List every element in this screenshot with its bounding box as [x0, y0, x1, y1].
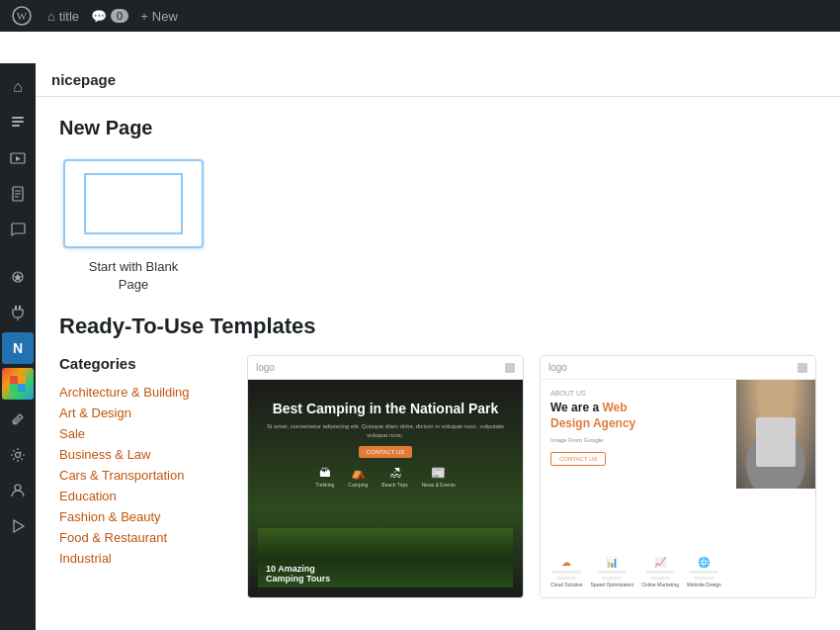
sidebar-icon-plugins[interactable]: [2, 297, 34, 328]
plus-icon: +: [140, 9, 148, 24]
wd-icon-website: 🌐 Website Design: [687, 557, 721, 587]
new-page-section: New Page Start with BlankPage: [36, 97, 840, 314]
template-logo-camping: logo: [256, 362, 275, 373]
new-page-title: New Page: [59, 117, 816, 139]
nicepage-header: nicepage: [36, 63, 840, 97]
wd-cta[interactable]: CONTACT US: [550, 452, 606, 466]
categories-label: Categories: [59, 355, 227, 372]
category-art[interactable]: Art & Design: [59, 403, 227, 423]
admin-bar-home[interactable]: ⌂ title: [47, 9, 79, 24]
sidebar-icon-tools[interactable]: [2, 404, 34, 435]
wordpress-logo-icon[interactable]: W: [8, 2, 36, 30]
blank-page-option[interactable]: Start with BlankPage: [59, 159, 208, 294]
sidebar-icon-multicolor[interactable]: [2, 368, 34, 400]
trekking-icon: 🏔: [319, 466, 331, 480]
beach-icon: 🏖: [389, 466, 401, 480]
camping-cta[interactable]: CONTACT US: [359, 446, 412, 458]
svg-text:W: W: [17, 10, 28, 22]
website-label: Website Design: [687, 582, 721, 587]
template-cards: logo Best Camping in the National Park S…: [247, 355, 816, 598]
template-card-camping[interactable]: logo Best Camping in the National Park S…: [247, 355, 524, 598]
wd-line-1b: [556, 577, 576, 580]
blank-page-label: Start with BlankPage: [89, 258, 178, 294]
svg-rect-4: [12, 125, 20, 127]
sidebar-icon-appearance[interactable]: [2, 261, 34, 293]
svg-rect-16: [18, 376, 26, 384]
template-logo-webdesign: logo: [548, 362, 567, 373]
templates-layout: Categories Architecture & Building Art &…: [59, 355, 816, 598]
speed-icon: 📊: [606, 557, 618, 568]
sidebar-icon-pages[interactable]: [2, 178, 34, 210]
sidebar-icon-nicepage[interactable]: N: [2, 332, 34, 364]
camping-sub-image: 10 AmazingCamping Tours: [258, 528, 513, 587]
website-icon: 🌐: [698, 557, 710, 568]
wd-headline: We are a Web Design Agency: [550, 401, 669, 431]
camping-icon-camping: ⛺ Camping: [348, 466, 368, 488]
svg-rect-24: [756, 417, 796, 467]
admin-bar-comments[interactable]: 💬 0: [91, 9, 128, 24]
camping-sub-headline: 10 AmazingCamping Tours: [266, 564, 330, 584]
speed-label: Speed Optimization: [591, 582, 634, 587]
admin-bar: W ⌂ title 💬 0 + New: [0, 0, 840, 32]
sidebar-icon-settings[interactable]: [2, 439, 34, 471]
wd-line-4b: [694, 577, 714, 580]
sidebar-icon-user[interactable]: [2, 475, 34, 506]
sidebar-icon-play[interactable]: [2, 510, 34, 542]
category-education[interactable]: Education: [59, 486, 227, 506]
wd-body-text: Image From Google: [550, 436, 679, 444]
new-label: New: [152, 9, 178, 24]
category-food[interactable]: Food & Restaurant: [59, 527, 227, 548]
home-icon: ⌂: [47, 9, 55, 24]
wd-person-avatar: [736, 380, 815, 489]
blank-page-inner: [84, 173, 183, 234]
main-content: nicepage New Page Start with BlankPage R…: [36, 63, 840, 630]
camping-label: Camping: [348, 482, 368, 488]
wd-highlight: Web Design Agency: [550, 401, 635, 430]
svg-rect-3: [12, 121, 24, 123]
svg-point-20: [15, 485, 21, 491]
svg-rect-18: [18, 384, 26, 392]
wd-icon-cloud: ☁ Cloud Solution: [550, 557, 583, 587]
marketing-label: Online Marketing: [641, 582, 679, 587]
cloud-label: Cloud Solution: [550, 582, 583, 587]
category-fashion[interactable]: Fashion & Beauty: [59, 506, 227, 527]
nicepage-brand: nicepage: [51, 71, 116, 88]
news-label: News & Events: [422, 482, 456, 488]
news-icon: 📰: [431, 466, 446, 480]
wd-line-1: [551, 571, 581, 574]
template-card-webdesign[interactable]: logo: [540, 355, 816, 598]
camping-icon-sym: ⛺: [351, 466, 366, 480]
category-architecture[interactable]: Architecture & Building: [59, 382, 227, 403]
camping-icon-trekking: 🏔 Trekking: [315, 466, 334, 488]
camping-template-body: Best Camping in the National Park Si ame…: [248, 380, 523, 597]
blank-page-thumbnail: [63, 159, 204, 248]
admin-bar-new[interactable]: + New: [140, 9, 178, 24]
sidebar-icon-media[interactable]: [2, 142, 34, 174]
admin-sidebar: ⌂ N: [0, 63, 36, 630]
template-card-header-camping: logo: [248, 356, 523, 380]
sidebar-icon-posts[interactable]: [2, 107, 34, 138]
camping-body-text: Si amet, consectetur adipiscing elit. Qu…: [258, 422, 513, 440]
svg-point-22: [758, 387, 794, 422]
category-business[interactable]: Business & Law: [59, 444, 227, 465]
camping-icon-beach: 🏖 Beach Trips: [381, 466, 407, 488]
cloud-icon: ☁: [561, 557, 571, 568]
sidebar-icon-dashboard[interactable]: ⌂: [2, 71, 34, 103]
svg-rect-17: [10, 384, 18, 392]
sidebar-icon-comments[interactable]: [2, 214, 34, 245]
wd-line-2b: [602, 577, 622, 580]
template-close-webdesign: [798, 363, 807, 373]
category-cars[interactable]: Cars & Transportation: [59, 465, 227, 486]
svg-rect-15: [10, 376, 18, 384]
camping-icons-row: 🏔 Trekking ⛺ Camping 🏖: [315, 466, 455, 488]
svg-marker-21: [14, 520, 24, 532]
category-industrial[interactable]: Industrial: [59, 548, 227, 569]
svg-rect-13: [19, 306, 21, 310]
template-card-header-webdesign: logo: [541, 356, 815, 380]
camping-icon-news: 📰 News & Events: [422, 466, 456, 488]
svg-rect-2: [12, 117, 24, 119]
wd-person-image: [736, 380, 815, 489]
wd-icon-marketing: 📈 Online Marketing: [641, 557, 679, 587]
site-title: title: [59, 9, 79, 24]
category-sale[interactable]: Sale: [59, 423, 227, 444]
